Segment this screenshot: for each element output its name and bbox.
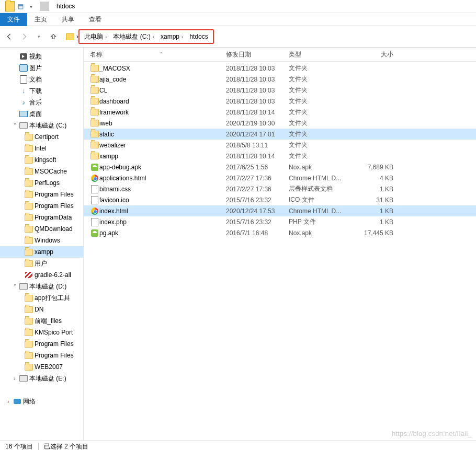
nav-item[interactable]: PerfLogs bbox=[0, 177, 83, 189]
nav-item-label: 桌面 bbox=[28, 110, 42, 119]
expander-down-icon[interactable]: ˅ bbox=[12, 123, 18, 129]
nav-item[interactable]: WEB2007 bbox=[0, 361, 83, 373]
column-headers: 名称 ˄ 修改日期 类型 大小 bbox=[84, 48, 476, 62]
file-list[interactable]: _MACOSX2018/11/28 10:03文件夹ajia_code2018/… bbox=[84, 62, 476, 440]
nav-pane[interactable]: 视频图片文档↓下载♪音乐桌面˅本地磁盘 (C:)CertiportIntelki… bbox=[0, 48, 84, 440]
nav-item[interactable]: QMDownload bbox=[0, 223, 83, 235]
file-row[interactable]: CL2018/11/28 10:03文件夹 bbox=[84, 85, 476, 96]
chevron-right-icon[interactable]: › bbox=[105, 34, 107, 40]
nav-item[interactable]: Certiport bbox=[0, 131, 83, 143]
file-row[interactable]: bitnami.css2017/2/27 17:36层叠样式表文档1 KB bbox=[84, 183, 476, 194]
tab-file[interactable]: 文件 bbox=[0, 13, 27, 26]
folder-icon bbox=[24, 249, 33, 256]
nav-item[interactable]: ˅本地磁盘 (C:) bbox=[0, 120, 83, 131]
file-row[interactable]: ajia_code2018/11/28 10:03文件夹 bbox=[84, 74, 476, 85]
nav-item-label: kingsoft bbox=[33, 156, 56, 164]
folder-icon bbox=[90, 98, 99, 105]
nav-item[interactable]: 前端_files bbox=[0, 315, 83, 327]
folder-icon bbox=[90, 76, 99, 83]
folder-app-icon bbox=[5, 2, 15, 11]
nav-item[interactable]: kingsoft bbox=[0, 154, 83, 166]
nav-item[interactable]: 用户 bbox=[0, 258, 83, 269]
file-row[interactable]: index.php2015/7/16 23:32PHP 文件1 KB bbox=[84, 216, 476, 227]
window-title: htdocs bbox=[52, 3, 75, 10]
crumb-this-pc[interactable]: 此电脑 › bbox=[81, 32, 110, 41]
qat-save-icon[interactable]: ▤ bbox=[16, 2, 25, 11]
file-row[interactable]: favicon.ico2015/7/16 23:32ICO 文件31 KB bbox=[84, 194, 476, 205]
nav-back-button[interactable] bbox=[3, 30, 16, 43]
nav-item[interactable]: ›本地磁盘 (E:) bbox=[0, 373, 83, 384]
nav-item[interactable]: Intel bbox=[0, 143, 83, 154]
divider bbox=[38, 443, 39, 450]
file-row[interactable]: app-debug.apk2017/6/25 1:56Nox.apk7,689 … bbox=[84, 161, 476, 172]
nav-recent-dropdown[interactable]: ▾ bbox=[32, 30, 45, 43]
nav-item[interactable]: 视频 bbox=[0, 51, 83, 62]
file-name: CL bbox=[99, 87, 226, 94]
folder-icon bbox=[24, 180, 33, 187]
nav-item[interactable]: gradle-6.2-all bbox=[0, 269, 83, 281]
file-row[interactable]: iweb2020/12/19 10:30文件夹 bbox=[84, 118, 476, 129]
file-row[interactable]: _MACOSX2018/11/28 10:03文件夹 bbox=[84, 63, 476, 74]
folder-icon bbox=[90, 153, 99, 159]
file-type: 文件夹 bbox=[289, 108, 352, 117]
crumb-htdocs[interactable]: htdocs bbox=[186, 33, 211, 40]
file-row[interactable]: framework2018/11/28 10:14文件夹 bbox=[84, 107, 476, 118]
crumb-drive-c[interactable]: 本地磁盘 (C:) › bbox=[110, 32, 157, 41]
nav-item[interactable]: app打包工具 bbox=[0, 292, 83, 304]
file-row[interactable]: index.html2020/12/24 17:53Chrome HTML D.… bbox=[84, 205, 476, 216]
file-row[interactable]: static2020/12/24 17:01文件夹 bbox=[84, 129, 476, 140]
file-name: pg.apk bbox=[99, 229, 226, 237]
tab-share[interactable]: 共享 bbox=[54, 13, 82, 26]
breadcrumb[interactable]: › 此电脑 › 本地磁盘 (C:) › xampp › htdocs bbox=[64, 30, 473, 43]
file-size: 17,445 KB bbox=[352, 229, 396, 237]
nav-item[interactable]: Program Files bbox=[0, 350, 83, 361]
file-row[interactable]: dashboard2018/11/28 10:03文件夹 bbox=[84, 96, 476, 107]
breadcrumb-folder-icon bbox=[64, 33, 76, 40]
expander-right-icon[interactable]: › bbox=[12, 376, 18, 382]
folder-icon bbox=[24, 260, 33, 267]
chevron-right-icon[interactable]: › bbox=[153, 34, 154, 40]
nav-item[interactable]: ↓下载 bbox=[0, 85, 83, 97]
header-type[interactable]: 类型 bbox=[289, 50, 352, 59]
nav-item[interactable]: 图片 bbox=[0, 62, 83, 74]
file-area: 名称 ˄ 修改日期 类型 大小 _MACOSX2018/11/28 10:03文… bbox=[84, 48, 476, 440]
nav-forward-button[interactable] bbox=[18, 30, 30, 43]
header-size[interactable]: 大小 bbox=[352, 50, 396, 59]
nav-item[interactable]: Program Files bbox=[0, 200, 83, 212]
tab-view[interactable]: 查看 bbox=[82, 13, 109, 26]
nav-item[interactable]: Program Files bbox=[0, 189, 83, 200]
nav-item[interactable]: ProgramData bbox=[0, 212, 83, 223]
nav-item[interactable]: Windows bbox=[0, 235, 83, 246]
nav-item-label: Program Files bbox=[33, 352, 74, 359]
file-type: 文件夹 bbox=[289, 141, 352, 149]
file-row[interactable]: applications.html2017/2/27 17:36Chrome H… bbox=[84, 172, 476, 183]
chrome-icon bbox=[90, 175, 99, 182]
nav-item[interactable]: KMSpico Port bbox=[0, 327, 83, 338]
folder-icon bbox=[90, 109, 99, 116]
nav-item-label: app打包工具 bbox=[33, 294, 70, 303]
nav-item[interactable]: DN bbox=[0, 304, 83, 315]
nav-item[interactable]: Program Files bbox=[0, 338, 83, 350]
expander-down-icon[interactable]: ˅ bbox=[12, 284, 18, 290]
nav-item[interactable]: MSOCache bbox=[0, 166, 83, 177]
chevron-right-icon[interactable]: › bbox=[182, 34, 183, 40]
qat-dropdown-icon[interactable]: ▾ bbox=[26, 2, 36, 11]
nav-item-label: Program Files bbox=[33, 202, 74, 210]
nav-item[interactable]: ›网络 bbox=[0, 396, 83, 407]
header-name[interactable]: 名称 ˄ bbox=[84, 50, 226, 59]
file-row[interactable]: pg.apk2016/7/1 16:48Nox.apk17,445 KB bbox=[84, 227, 476, 238]
nav-up-button[interactable] bbox=[47, 30, 60, 43]
nav-item-label: 图片 bbox=[28, 64, 42, 73]
nav-item[interactable]: ˅本地磁盘 (D:) bbox=[0, 281, 83, 292]
file-row[interactable]: webalizer2018/5/8 13:11文件夹 bbox=[84, 140, 476, 151]
nav-item[interactable]: 桌面 bbox=[0, 108, 83, 120]
file-date: 2020/12/24 17:01 bbox=[226, 131, 289, 138]
file-row[interactable]: xampp2018/11/28 10:14文件夹 bbox=[84, 151, 476, 161]
crumb-xampp[interactable]: xampp › bbox=[157, 33, 186, 40]
nav-item[interactable]: ♪音乐 bbox=[0, 97, 83, 108]
nav-item[interactable]: xampp bbox=[0, 246, 83, 258]
expander-right-icon[interactable]: › bbox=[5, 399, 12, 405]
nav-item[interactable]: 文档 bbox=[0, 74, 83, 85]
tab-home[interactable]: 主页 bbox=[27, 13, 54, 26]
header-date[interactable]: 修改日期 bbox=[226, 50, 289, 59]
